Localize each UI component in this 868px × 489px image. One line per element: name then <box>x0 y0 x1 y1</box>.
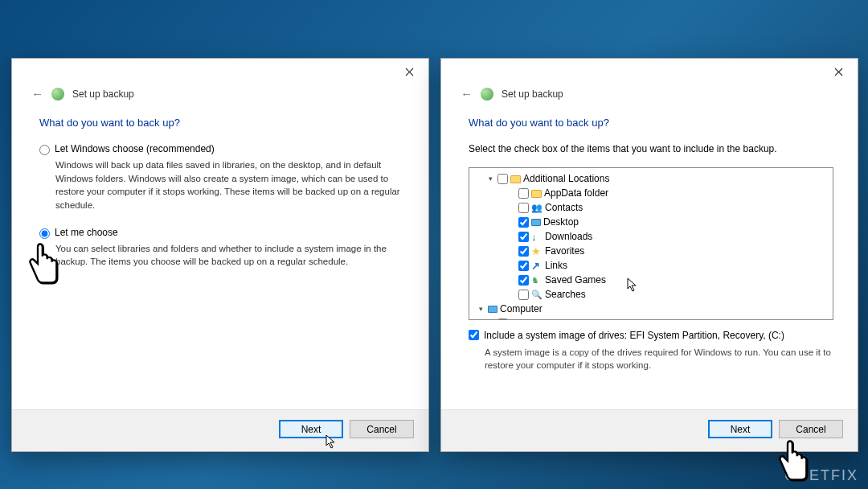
cancel-button[interactable]: Cancel <box>350 420 414 438</box>
chevron-right-icon[interactable]: ▸ <box>485 319 495 320</box>
backup-items-tree[interactable]: ▾ Additional Locations AppData folder 👥 … <box>469 167 833 320</box>
downloads-icon: ↓ <box>531 232 542 242</box>
chevron-down-icon[interactable]: ▾ <box>485 175 495 183</box>
tree-node-favorites[interactable]: ★ Favorites <box>471 244 831 258</box>
cancel-button-label: Cancel <box>366 424 396 435</box>
wizard-content: What do you want to back up? Let Windows… <box>12 109 428 409</box>
radio-letmechoose-label: Let me choose <box>55 227 118 238</box>
hand-cursor-icon <box>774 438 813 483</box>
arrow-cursor-icon <box>627 277 638 294</box>
radio-letmechoose[interactable] <box>39 228 50 239</box>
tree-node-downloads[interactable]: ↓ Downloads <box>471 229 831 244</box>
checkbox-links[interactable] <box>518 261 529 271</box>
system-image-label: Include a system image of drives: EFI Sy… <box>484 330 784 341</box>
tree-label: Desktop <box>543 216 579 228</box>
tree-label: Additional Locations <box>523 173 609 184</box>
tree-label: AppData folder <box>544 187 608 199</box>
next-button-label: Next <box>731 424 751 435</box>
tree-label: Favorites <box>545 245 584 257</box>
favorites-icon: ★ <box>531 246 542 257</box>
folder-icon <box>510 175 521 183</box>
savedgames-icon: ♞ <box>531 275 542 286</box>
tree-label: Downloads <box>545 231 592 242</box>
tree-node-links[interactable]: ↗ Links <box>471 258 831 273</box>
titlebar <box>441 59 858 84</box>
folder-icon <box>531 190 542 198</box>
tree-label: Contacts <box>545 202 583 213</box>
instruction-text: Select the check box of the items that y… <box>469 143 833 154</box>
checkbox-savedgames[interactable] <box>518 275 529 286</box>
tree-node-localdisk[interactable]: ▸ Local Disk (C:) <box>471 316 831 320</box>
tree-node-searches[interactable]: 🔍 Searches <box>471 287 831 302</box>
tree-node-additional[interactable]: ▾ Additional Locations <box>471 171 831 186</box>
back-arrow-icon[interactable]: ← <box>461 87 473 101</box>
radio-recommended[interactable] <box>39 145 50 155</box>
button-row: Next Cancel <box>12 409 428 451</box>
wizard-header: ← Set up backup <box>12 84 428 109</box>
radio-recommended-desc: Windows will back up data files saved in… <box>55 158 401 212</box>
contacts-icon: 👥 <box>531 203 542 213</box>
checkbox-downloads[interactable] <box>518 232 529 242</box>
radio-letmechoose-desc: You can select libraries and folders and… <box>55 242 401 269</box>
option-recommended: Let Windows choose (recommended) Windows… <box>39 143 404 212</box>
tree-node-savedgames[interactable]: ♞ Saved Games <box>471 273 831 287</box>
next-button-label: Next <box>301 424 321 435</box>
system-image-desc: A system image is a copy of the drives r… <box>485 346 833 372</box>
backup-globe-icon <box>481 88 493 101</box>
radio-recommended-row[interactable]: Let Windows choose (recommended) <box>39 143 404 155</box>
close-button[interactable] <box>822 60 854 83</box>
radio-recommended-label: Let Windows choose (recommended) <box>55 143 215 154</box>
cancel-button-label: Cancel <box>796 424 825 435</box>
disk-icon <box>510 319 520 320</box>
tree-node-desktop[interactable]: Desktop <box>471 215 831 229</box>
wizard-title: Set up backup <box>502 88 563 100</box>
checkbox-desktop[interactable] <box>518 217 529 228</box>
checkbox-favorites[interactable] <box>518 246 529 257</box>
searches-icon: 🔍 <box>531 290 542 300</box>
checkbox-contacts[interactable] <box>518 203 529 213</box>
links-icon: ↗ <box>531 261 542 271</box>
chevron-down-icon[interactable]: ▾ <box>476 305 485 313</box>
radio-letmechoose-row[interactable]: Let me choose <box>39 227 404 239</box>
desktop-icon <box>531 219 541 226</box>
page-heading: What do you want to back up? <box>469 117 833 129</box>
checkbox-searches[interactable] <box>518 290 529 300</box>
titlebar <box>12 59 428 84</box>
close-button[interactable] <box>393 60 425 83</box>
checkbox-additional[interactable] <box>497 174 508 184</box>
tree-node-appdata[interactable]: AppData folder <box>471 186 831 200</box>
tree-node-contacts[interactable]: 👥 Contacts <box>471 200 831 215</box>
tree-label: Saved Games <box>545 274 606 286</box>
tree-label: Searches <box>545 289 586 300</box>
backup-wizard-step1: ← Set up backup What do you want to back… <box>11 58 429 452</box>
tree-label: Local Disk (C:) <box>522 318 586 320</box>
checkbox-localdisk[interactable] <box>497 318 508 321</box>
page-heading: What do you want to back up? <box>39 117 404 129</box>
checkbox-system-image[interactable] <box>469 330 479 340</box>
wizard-content: What do you want to back up? Select the … <box>441 109 858 409</box>
tree-label: Computer <box>500 303 542 314</box>
backup-globe-icon <box>51 88 64 101</box>
tree-node-computer[interactable]: ▾ Computer <box>471 302 831 316</box>
wizard-title: Set up backup <box>72 88 134 100</box>
backup-wizard-step2: ← Set up backup What do you want to back… <box>440 58 858 452</box>
computer-icon <box>488 306 497 313</box>
tree-label: Links <box>545 260 567 271</box>
checkbox-appdata[interactable] <box>518 188 529 199</box>
next-button[interactable]: Next <box>708 420 772 438</box>
system-image-row[interactable]: Include a system image of drives: EFI Sy… <box>469 330 833 341</box>
hand-cursor-icon <box>24 241 63 286</box>
cancel-button[interactable]: Cancel <box>779 420 843 438</box>
back-arrow-icon[interactable]: ← <box>31 87 43 101</box>
wizard-header: ← Set up backup <box>441 84 858 109</box>
option-letmechoose: Let me choose You can select libraries a… <box>39 227 404 269</box>
arrow-cursor-icon <box>326 434 337 451</box>
